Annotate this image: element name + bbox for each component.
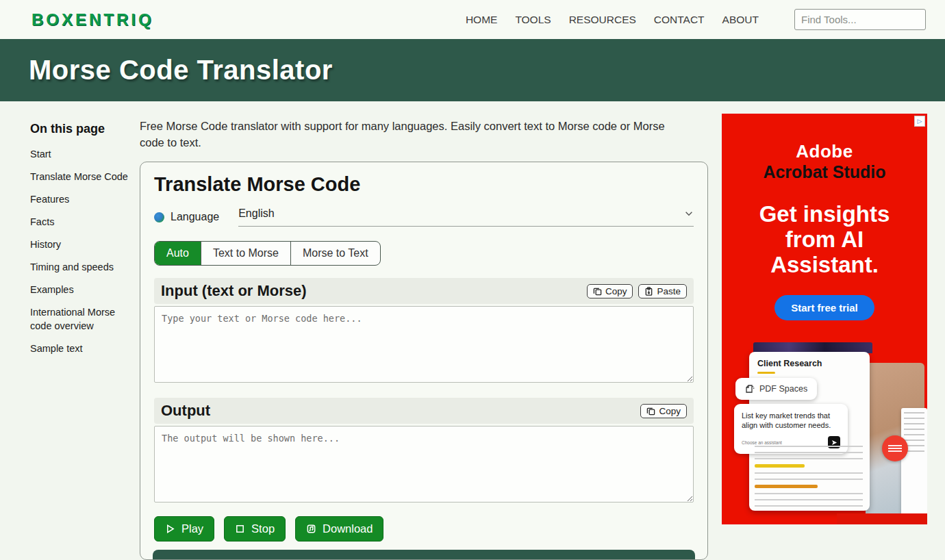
input-copy-button[interactable]: Copy xyxy=(587,284,633,298)
nav-item-home[interactable]: HOME xyxy=(466,14,498,26)
ad-product: Acrobat Studio xyxy=(722,162,927,182)
language-row: Language English xyxy=(154,207,694,227)
ad-pdf-card: Client Research PDF Spaces List key mark… xyxy=(749,352,870,511)
output-header-buttons: Copy xyxy=(640,404,687,418)
ad-product-mockup: Client Research PDF Spaces List key mark… xyxy=(722,334,927,524)
adchoices-icon[interactable]: ▷ xyxy=(914,116,925,127)
nav-item-about[interactable]: ABOUT xyxy=(722,14,759,26)
tab-auto[interactable]: Auto xyxy=(155,242,201,265)
ad-red-strip xyxy=(837,513,927,524)
ad-document-thumbnail xyxy=(901,408,927,524)
ad-cta-button[interactable]: Start free trial xyxy=(774,295,874,320)
nav-item-tools[interactable]: TOOLS xyxy=(515,14,551,26)
copy-icon xyxy=(593,287,602,296)
translator-card-title: Translate Morse Code xyxy=(154,173,694,196)
intro-text: Free Morse Code translator with support … xyxy=(140,118,691,151)
stop-label: Stop xyxy=(251,522,275,535)
sidebar-item-features[interactable]: Features xyxy=(30,192,134,206)
sidebar-item-sample-text[interactable]: Sample text xyxy=(30,342,134,355)
input-textarea[interactable] xyxy=(154,306,694,383)
pdf-spaces-icon xyxy=(745,384,755,394)
ad-yellow-underline xyxy=(757,372,775,374)
morse-visualizer-bar xyxy=(153,550,695,560)
sidebar-item-start[interactable]: Start xyxy=(30,147,134,161)
advertisement[interactable]: ▷ Adobe Acrobat Studio Get insights from… xyxy=(722,114,927,524)
language-selected-value: English xyxy=(238,207,274,220)
audio-actions: Play Stop Download xyxy=(154,516,694,542)
input-copy-label: Copy xyxy=(605,286,627,296)
output-copy-label: Copy xyxy=(659,406,681,416)
stop-icon xyxy=(235,524,245,534)
ad-prompt-text: List key market trends that align with c… xyxy=(742,411,840,430)
language-select[interactable]: English xyxy=(238,207,694,227)
nav-item-resources[interactable]: RESOURCES xyxy=(569,14,636,26)
sidebar-item-history[interactable]: History xyxy=(30,238,134,251)
ad-brand: Adobe xyxy=(722,141,927,162)
tab-morse-to-text[interactable]: Morse to Text xyxy=(290,242,380,265)
mode-tabs: Auto Text to Morse Morse to Text xyxy=(154,241,381,266)
boxentriq-logo[interactable]: BOXENTRIQ xyxy=(32,10,154,29)
play-icon xyxy=(165,524,175,534)
globe-icon xyxy=(154,212,164,222)
download-button[interactable]: Download xyxy=(295,516,383,542)
play-label: Play xyxy=(181,522,203,535)
output-copy-button[interactable]: Copy xyxy=(640,404,687,418)
output-section-header: Output Copy xyxy=(154,398,694,424)
output-section-title: Output xyxy=(161,402,210,420)
ad-card-title: Client Research xyxy=(757,359,861,368)
top-navigation: BOXENTRIQ HOME TOOLS RESOURCES CONTACT A… xyxy=(0,0,945,39)
page-header-band: Morse Code Translator xyxy=(0,39,945,101)
copy-icon xyxy=(646,407,655,416)
ad-red-badge xyxy=(882,435,908,461)
page-title: Morse Code Translator xyxy=(29,55,333,86)
ad-headline: Get insights from AI Assistant. xyxy=(749,201,900,277)
sidebar-title: On this page xyxy=(30,122,134,136)
ad-document-lines xyxy=(755,441,863,507)
input-paste-label: Paste xyxy=(657,286,681,296)
chevron-down-icon xyxy=(684,209,694,218)
sidebar-item-international-morse[interactable]: International Morse code overview xyxy=(30,305,134,333)
sidebar-item-facts[interactable]: Facts xyxy=(30,215,134,229)
language-label: Language xyxy=(171,211,219,223)
play-button[interactable]: Play xyxy=(154,516,214,542)
input-paste-button[interactable]: Paste xyxy=(638,284,687,298)
nav-links: HOME TOOLS RESOURCES CONTACT ABOUT xyxy=(466,9,926,30)
sidebar-item-translate-morse-code[interactable]: Translate Morse Code xyxy=(30,170,134,183)
tab-text-to-morse[interactable]: Text to Morse xyxy=(201,242,290,265)
ad-chip-label: PDF Spaces xyxy=(759,384,807,394)
input-header-buttons: Copy Paste xyxy=(587,284,687,298)
find-tools-search-input[interactable] xyxy=(794,9,926,30)
nav-item-contact[interactable]: CONTACT xyxy=(654,14,705,26)
stop-button[interactable]: Stop xyxy=(224,516,286,542)
download-label: Download xyxy=(323,522,373,535)
sidebar-item-timing-and-speeds[interactable]: Timing and speeds xyxy=(30,260,134,274)
translator-card: Translate Morse Code Language English Au… xyxy=(140,162,708,560)
input-section-header: Input (text or Morse) Copy Paste xyxy=(154,278,694,304)
paste-icon xyxy=(644,287,653,296)
on-this-page-sidebar: On this page Start Translate Morse Code … xyxy=(30,122,134,364)
music-download-icon xyxy=(306,524,316,534)
output-textarea[interactable] xyxy=(154,426,694,502)
ad-pdf-spaces-chip: PDF Spaces xyxy=(735,378,817,400)
input-section-title: Input (text or Morse) xyxy=(161,282,307,300)
sidebar-item-examples[interactable]: Examples xyxy=(30,283,134,296)
